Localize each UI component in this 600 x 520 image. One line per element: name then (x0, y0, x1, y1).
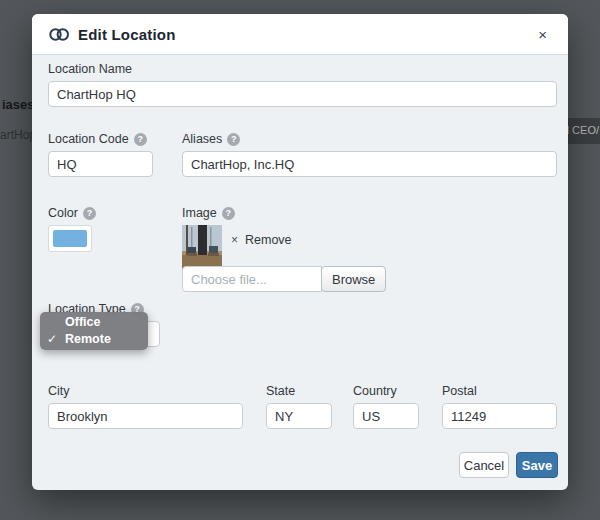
state-input[interactable] (266, 403, 332, 429)
help-icon[interactable]: ? (227, 133, 240, 146)
state-group: State (266, 384, 332, 429)
aliases-label-text: Aliases (182, 132, 222, 146)
color-label: Color ? (48, 206, 96, 220)
color-swatch-fill (53, 230, 87, 247)
checkmark-icon: ✓ (47, 331, 61, 348)
modal-title: Edit Location (78, 26, 176, 43)
dropdown-option-label: Office (65, 315, 100, 329)
image-group: Image ? × Remove (182, 206, 292, 270)
aliases-input[interactable] (182, 151, 557, 177)
aliases-group: Aliases ? (182, 132, 557, 177)
dropdown-option-office[interactable]: Office (40, 314, 148, 331)
location-code-label-text: Location Code (48, 132, 129, 146)
dropdown-option-label: Remote (65, 332, 111, 346)
state-label: State (266, 384, 332, 398)
close-icon[interactable]: × (534, 25, 551, 44)
location-code-input[interactable] (48, 151, 153, 177)
location-type-dropdown-menu: Office ✓ Remote (40, 312, 148, 350)
city-group: City (48, 384, 243, 429)
postal-input[interactable] (442, 403, 557, 429)
help-icon[interactable]: ? (222, 207, 235, 220)
help-icon[interactable]: ? (83, 207, 96, 220)
cancel-button[interactable]: Cancel (459, 452, 509, 478)
charthop-logo-icon (49, 27, 70, 42)
backdrop-text-fragment: d CEO/ (563, 124, 599, 136)
country-input[interactable] (353, 403, 419, 429)
location-image-thumbnail (182, 225, 222, 270)
location-name-group: Location Name (48, 62, 557, 107)
country-group: Country (353, 384, 419, 429)
help-icon[interactable]: ? (134, 133, 147, 146)
color-label-text: Color (48, 206, 78, 220)
browse-button[interactable]: Browse (321, 266, 386, 292)
city-label: City (48, 384, 243, 398)
backdrop-text-fragment: iases (2, 97, 35, 112)
modal-header: Edit Location × (32, 14, 568, 55)
location-code-label: Location Code ? (48, 132, 153, 146)
save-button[interactable]: Save (516, 452, 558, 478)
choose-file-input[interactable] (182, 266, 322, 292)
postal-group: Postal (442, 384, 557, 429)
location-name-label: Location Name (48, 62, 557, 76)
backdrop-text-fragment: artHop (0, 128, 36, 142)
country-label: Country (353, 384, 419, 398)
remove-image-button[interactable]: Remove (245, 233, 292, 247)
location-code-group: Location Code ? (48, 132, 153, 177)
dropdown-option-remote[interactable]: ✓ Remote (40, 331, 148, 348)
remove-image-x-icon[interactable]: × (231, 234, 238, 246)
image-label-text: Image (182, 206, 217, 220)
aliases-label: Aliases ? (182, 132, 557, 146)
postal-label: Postal (442, 384, 557, 398)
color-group: Color ? (48, 206, 96, 252)
city-input[interactable] (48, 403, 243, 429)
location-name-input[interactable] (48, 81, 557, 107)
image-label: Image ? (182, 206, 292, 220)
color-swatch[interactable] (48, 225, 92, 252)
file-upload-group: Browse (182, 266, 386, 292)
edit-location-modal: Edit Location × Location Name Location C… (32, 14, 568, 490)
